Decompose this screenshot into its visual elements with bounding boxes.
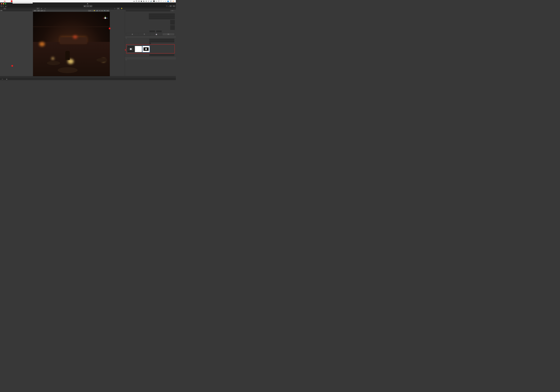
publishing-section[interactable] [125,59,176,60]
square-icon[interactable]: ▣ [141,0,142,2]
settings-search-input[interactable] [126,10,170,11]
play-button[interactable]: ▶ [83,5,86,7]
player-settings-content: ? ⧉ ⋮ [125,10,176,79]
draw-mode-button[interactable]: ◯ ▾ [88,10,91,12]
inspector-tab[interactable]: ⓘ [113,7,117,10]
close-icon[interactable] [1,3,2,4]
company-name-input[interactable] [149,13,175,15]
notion-icon[interactable]: ⓝ [136,0,137,2]
cloud-icon[interactable]: ☁ [5,5,6,7]
project-tab[interactable]: 🗀 [1,78,5,80]
splash-section[interactable] [125,57,176,58]
platform-dedicated[interactable]: ☰ [138,33,150,35]
product-name-input[interactable] [149,15,175,17]
lighting-toggle[interactable]: 💡 [93,10,96,12]
platform-android[interactable]: 🤖 [150,33,162,35]
icon-section[interactable] [125,36,176,37]
default-icon-select[interactable] [174,25,175,25]
pivot-local-dropdown[interactable]: ⊕ ▾ [33,10,37,12]
console-tab[interactable]: ▣ [5,78,9,80]
help-icon[interactable]: ? [171,10,172,11]
battery-icon[interactable]: ▭ [156,0,157,2]
canvas-height-input[interactable] [149,41,174,42]
updates-icon[interactable]: ⟳ [158,0,160,2]
hierarchy-tab[interactable]: ≡ [3,8,6,10]
lighting-tab[interactable]: 💡 [120,8,124,10]
drag-handle-icon[interactable]: ⋮⋮ [33,8,36,9]
control-center-icon[interactable]: ☰ [170,0,171,2]
pause-button[interactable]: ⏸ [87,5,89,7]
account-dropdown[interactable]: J ▾ [2,5,4,7]
hotspot-y-input[interactable] [156,30,162,32]
fx-toggle[interactable]: ✦ [99,10,101,12]
hotspot-x-input[interactable] [150,30,155,32]
search-icon[interactable]: ⌕ [165,0,166,2]
platform-webgl[interactable]: ⌦ [162,33,175,35]
snap-button[interactable]: ⌐ [43,10,45,12]
scene-tab[interactable]: # [36,8,40,10]
audio-toggle[interactable]: 🔊 [96,10,99,12]
play-icon[interactable]: ⊙ [148,0,149,2]
rewind-icon[interactable]: ⊛ [146,0,147,2]
default-cursor-picker[interactable] [170,25,175,30]
grid-icon[interactable]: ⊞ [138,0,140,2]
camera-button[interactable]: 📷 [103,10,106,12]
2d-toggle[interactable] [91,10,93,12]
template-minimal[interactable] [135,46,142,52]
project-settings-panel: ⋮⋮ ⓘ ⚙ 💡 ⋮ ? ⧉ ⋮ [110,7,176,79]
ps-context-menu[interactable]: ⋮ [173,8,176,9]
hierarchy-tree [0,11,33,12]
unity-logo-icon [87,3,88,4]
scene-toolbar: ⊕ ▾ ⊞ ▾ ⊡ ▾ ⌐ ◯ ▾ 💡 🔊 ✦ ⊗ 📷 ⚙ ▾ [33,10,110,12]
resolution-section[interactable] [125,37,176,38]
minimize-icon[interactable] [3,3,4,4]
drag-handle-icon[interactable]: ⋮⋮ [0,8,3,9]
gizmos-dropdown[interactable]: ⚙ ▾ [106,10,109,12]
platform-standalone[interactable]: 🖥 [126,33,138,35]
layers-dropdown[interactable]: ▾ [169,5,172,7]
search-global-icon[interactable]: ⌕ [168,5,169,7]
template-pwa[interactable] [142,46,150,52]
default-cursor-select[interactable] [174,30,175,30]
volume-icon[interactable]: 🔊 [150,0,152,2]
create-dropdown[interactable]: + ▾ [0,10,2,11]
template-default[interactable] [127,46,134,52]
default-icon-picker[interactable] [170,20,175,25]
game-tab[interactable]: ▭ [43,8,47,10]
undo-history-icon[interactable]: ↶ [166,5,167,7]
drag-handle-icon[interactable]: ⋮⋮ [110,8,113,9]
snap-increment-button[interactable]: ⊡ ▾ [40,10,43,12]
siri-icon[interactable]: ◉ [173,0,174,2]
canvas-width-input[interactable] [149,39,174,40]
menu-edit[interactable] [4,1,6,1]
folder-icon: 🗀 [2,79,3,80]
preset-icon[interactable]: ⧉ [172,10,173,11]
traffic-lights[interactable] [1,3,6,4]
project-settings-tab[interactable]: ⚙ [117,8,120,10]
bird-icon[interactable]: ♞ [143,0,144,2]
wifi-icon[interactable]: ᯤ [160,0,162,2]
account-icon[interactable]: ⦿ [0,5,2,7]
diamond-icon[interactable]: ◈ [133,0,135,2]
grid-snap-button[interactable]: ⊞ ▾ [37,10,40,12]
layout-dropdown[interactable]: ▾ [173,5,175,7]
product-description-input[interactable] [149,54,174,56]
bottom-tabs: 🗀 ▣ [0,78,176,80]
hidden-toggle[interactable]: ⊗ [101,10,103,12]
bluetooth-icon[interactable]: ⌵ [163,0,164,2]
scene-panel: ⋮⋮ # ⊞ ▭ ⋮ ⊕ ▾ ⊞ ▾ ⊡ ▾ ⌐ ◯ ▾ 💡 🔊 ✦ ⊗ 📷 [33,7,110,79]
run-in-bg-checkbox[interactable] [149,43,151,44]
scene-viewport[interactable] [33,12,110,79]
user-icon[interactable]: 👥 [167,0,169,2]
version-input[interactable] [149,18,175,19]
hierarchy-search-input[interactable] [2,10,32,11]
callout-badge-2 [11,65,13,67]
settings-menu-icon[interactable]: ⋮ [174,10,175,11]
other-section[interactable] [125,58,176,59]
scene-gizmo[interactable] [102,15,108,21]
a-icon[interactable]: A [153,0,155,2]
scene-context-menu[interactable]: ⋮ [107,8,110,9]
step-button[interactable]: ⏭ [90,5,92,7]
maximize-icon[interactable] [5,3,6,4]
animator-tab[interactable]: ⊞ [40,8,43,10]
